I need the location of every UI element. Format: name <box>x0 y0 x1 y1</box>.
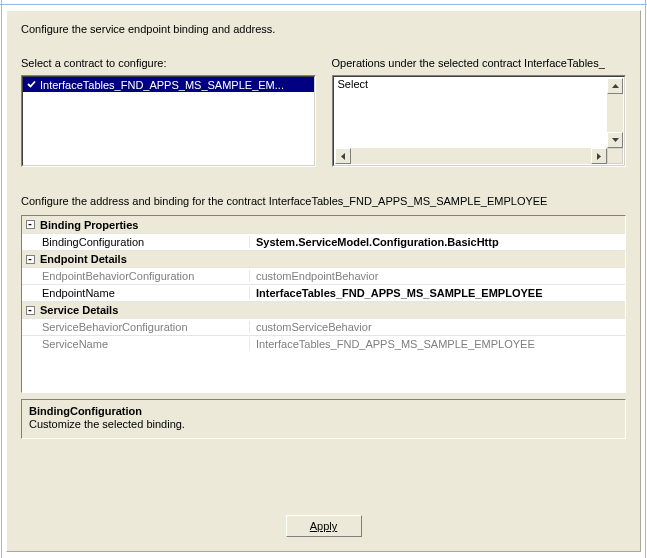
address-section-label: Configure the address and binding for th… <box>21 195 626 207</box>
property-row[interactable]: EndpointNameInterfaceTables_FND_APPS_MS_… <box>22 284 625 301</box>
vertical-scrollbar[interactable] <box>607 78 623 148</box>
scroll-left-button[interactable] <box>335 148 351 164</box>
collapse-icon[interactable]: - <box>22 220 38 229</box>
property-value[interactable]: System.ServiceModel.Configuration.BasicH… <box>250 236 625 248</box>
property-value[interactable]: InterfaceTables_FND_APPS_MS_SAMPLE_EMPLO… <box>250 287 625 299</box>
help-title: BindingConfiguration <box>29 405 618 417</box>
property-category[interactable]: -Binding Properties <box>22 216 625 233</box>
property-row[interactable]: BindingConfigurationSystem.ServiceModel.… <box>22 233 625 250</box>
collapse-icon[interactable]: - <box>22 306 38 315</box>
property-row[interactable]: ServiceNameInterfaceTables_FND_APPS_MS_S… <box>22 335 625 352</box>
scrollbar-corner <box>607 148 623 164</box>
property-key: EndpointBehaviorConfiguration <box>22 270 250 282</box>
operations-label: Operations under the selected contract I… <box>332 57 627 69</box>
scroll-up-button[interactable] <box>607 78 623 94</box>
config-panel: Configure the service endpoint binding a… <box>6 10 641 552</box>
operations-listbox[interactable]: Select <box>332 75 627 167</box>
property-value[interactable]: customEndpointBehavior <box>250 270 625 282</box>
contracts-label: Select a contract to configure: <box>21 57 316 69</box>
property-value[interactable]: customServiceBehavior <box>250 321 625 333</box>
property-row[interactable]: EndpointBehaviorConfigurationcustomEndpo… <box>22 267 625 284</box>
property-category[interactable]: -Service Details <box>22 301 625 318</box>
property-key: ServiceName <box>22 338 250 350</box>
panel-instruction: Configure the service endpoint binding a… <box>21 23 626 35</box>
collapse-icon[interactable]: - <box>22 255 38 264</box>
property-category-label: Endpoint Details <box>38 253 127 265</box>
property-row[interactable]: ServiceBehaviorConfigurationcustomServic… <box>22 318 625 335</box>
apply-button[interactable]: Apply <box>286 515 362 537</box>
contract-item-label: InterfaceTables_FND_APPS_MS_SAMPLE_EM... <box>40 79 284 91</box>
contract-item-selected[interactable]: InterfaceTables_FND_APPS_MS_SAMPLE_EM... <box>23 77 314 92</box>
property-category-label: Service Details <box>38 304 118 316</box>
property-category[interactable]: -Endpoint Details <box>22 250 625 267</box>
help-description: Customize the selected binding. <box>29 418 618 430</box>
property-key: BindingConfiguration <box>22 236 250 248</box>
property-key: EndpointName <box>22 287 250 299</box>
property-category-label: Binding Properties <box>38 219 138 231</box>
horizontal-scrollbar[interactable] <box>335 148 624 164</box>
contracts-listbox[interactable]: InterfaceTables_FND_APPS_MS_SAMPLE_EM... <box>21 75 316 167</box>
operation-item[interactable]: Select <box>334 77 625 92</box>
help-pane: BindingConfiguration Customize the selec… <box>21 399 626 439</box>
property-key: ServiceBehaviorConfiguration <box>22 321 250 333</box>
property-value[interactable]: InterfaceTables_FND_APPS_MS_SAMPLE_EMPLO… <box>250 338 625 350</box>
property-grid[interactable]: -Binding PropertiesBindingConfigurationS… <box>21 215 626 393</box>
check-icon <box>26 79 37 90</box>
scroll-down-button[interactable] <box>607 132 623 148</box>
scroll-right-button[interactable] <box>591 148 607 164</box>
